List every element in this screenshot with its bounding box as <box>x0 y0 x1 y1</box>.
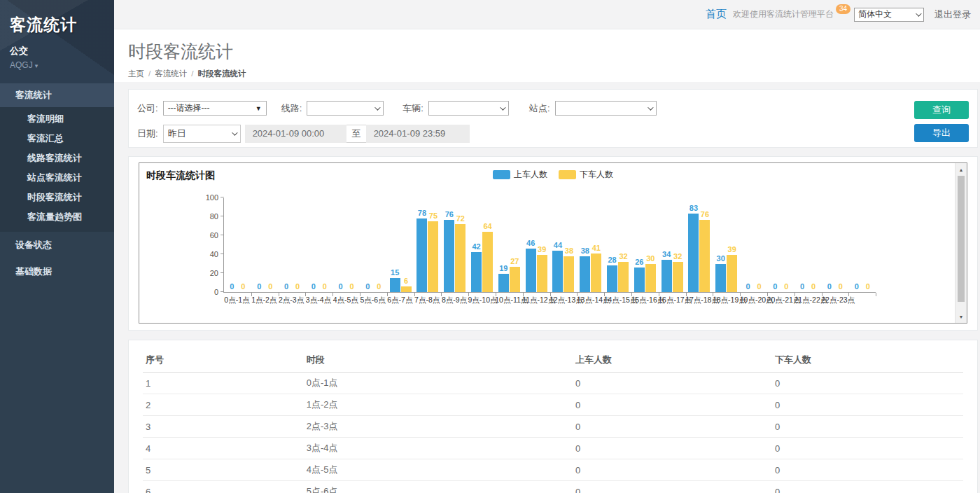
bar-value-label: 30 <box>646 254 654 263</box>
table-cell: 0 <box>573 438 772 459</box>
language-select[interactable]: 简体中文 <box>854 8 924 22</box>
date-preset-value: 昨日 <box>168 127 186 140</box>
bar-group: 00 <box>767 198 794 292</box>
bar-value-label: 39 <box>728 245 736 254</box>
breadcrumb: 主页/客流统计/时段客流统计 <box>128 69 966 79</box>
app-root: 客流统计 公交 AQGJ▾ 客流统计 客流明细客流汇总线路客流统计站点客流统计时… <box>0 0 980 493</box>
sidebar-item-base-data[interactable]: 基础数据 <box>0 258 114 285</box>
bar-value-label: 0 <box>855 282 859 291</box>
x-tick-label: 0点-1点 <box>223 296 251 305</box>
x-tick-label: 14点-15点 <box>604 296 631 305</box>
chart-panel: 时段车流统计图 上车人数下车人数 00000000000015678757672… <box>128 156 978 331</box>
bar-alighting: 0 <box>754 282 764 292</box>
bar-value-label: 0 <box>377 282 381 291</box>
export-button[interactable]: 导出 <box>914 124 969 142</box>
bar-boarding: 0 <box>797 282 808 292</box>
bar-group: 00 <box>794 198 822 292</box>
bar <box>618 262 629 292</box>
sidebar-subitem[interactable]: 时段客流统计 <box>0 188 114 207</box>
table-cell: 3 <box>143 416 304 438</box>
bar-value-label: 76 <box>445 210 454 218</box>
x-tick-label: 1点-2点 <box>251 296 278 305</box>
bar-alighting: 38 <box>564 246 574 292</box>
bar-alighting: 39 <box>537 245 547 292</box>
scroll-up-icon[interactable]: ▲ <box>955 164 967 175</box>
bar-boarding: 44 <box>552 241 563 292</box>
date-from-input[interactable]: 2024-01-09 00:00 <box>245 125 346 143</box>
table-cell: 0 <box>573 394 772 416</box>
triangle-down-icon: ▼ <box>255 105 262 112</box>
sidebar-subitem[interactable]: 客流汇总 <box>0 129 114 148</box>
legend-swatch-icon <box>493 170 510 179</box>
bar-group: 00 <box>360 198 387 292</box>
chevron-down-icon <box>232 130 237 135</box>
bar-value-label: 28 <box>608 256 616 264</box>
bar-value-label: 0 <box>268 282 272 291</box>
table-panel: 序号时段上车人数下车人数 10点-1点0021点-2点0032点-3点0043点… <box>128 340 978 493</box>
sidebar-subitem[interactable]: 线路客流统计 <box>0 148 114 168</box>
bar-value-label: 0 <box>365 282 370 291</box>
filter-row-2: 日期: 昨日 2024-01-09 00:00 至 2024-01-09 23:… <box>137 125 969 143</box>
sidebar-subitem[interactable]: 站点客流统计 <box>0 168 114 188</box>
y-tick-label: 60 <box>197 230 218 240</box>
logout-link[interactable]: 退出登录 <box>934 8 971 21</box>
breadcrumb-section[interactable]: 客流统计 <box>155 69 187 78</box>
bar-value-label: 42 <box>472 242 480 251</box>
x-tick-label: 3点-4点 <box>304 296 332 305</box>
bar-boarding: 0 <box>335 282 346 292</box>
company-select[interactable]: ---请选择--- ▼ <box>163 101 267 116</box>
bar-group: 00 <box>279 198 306 292</box>
sidebar-item-passenger-stats[interactable]: 客流统计 <box>0 83 114 107</box>
breadcrumb-home[interactable]: 主页 <box>128 69 144 78</box>
bar-value-label: 15 <box>391 268 399 277</box>
vehicle-select[interactable] <box>428 101 509 116</box>
sidebar-subitem[interactable]: 客流明细 <box>0 109 114 129</box>
bar <box>390 278 400 292</box>
chart-scrollbar[interactable]: ▲ ▼ <box>955 163 967 323</box>
chart-title: 时段车流统计图 <box>146 169 215 181</box>
bar-boarding: 0 <box>281 282 291 292</box>
bar-alighting: 0 <box>238 282 248 292</box>
date-preset-select[interactable]: 昨日 <box>163 125 241 143</box>
bar-group: 4639 <box>523 198 550 292</box>
legend-item[interactable]: 下车人数 <box>559 169 613 181</box>
bar-boarding: 15 <box>390 268 400 292</box>
bar-alighting: 0 <box>346 282 357 292</box>
bar-value-label: 26 <box>635 258 643 266</box>
bar-value-label: 6 <box>404 277 408 285</box>
topbar: 首页 欢迎使用客流统计管理平台 34 简体中文 退出登录 <box>114 0 980 29</box>
line-select[interactable] <box>307 101 384 116</box>
sidebar-item-device-status[interactable]: 设备状态 <box>0 232 114 258</box>
column-header: 序号 <box>143 349 304 373</box>
bar-value-label: 38 <box>565 246 573 255</box>
bar-group: 00 <box>251 198 279 292</box>
table-cell: 0 <box>772 438 963 459</box>
query-button[interactable]: 查询 <box>914 101 969 119</box>
bar <box>537 255 547 292</box>
bar-alighting: 0 <box>292 282 302 292</box>
x-tick-label: 17点-18点 <box>685 296 713 305</box>
legend-item[interactable]: 上车人数 <box>493 169 547 181</box>
bar <box>715 264 726 293</box>
bar-alighting: 0 <box>374 282 384 292</box>
date-to-input[interactable]: 2024-01-09 23:59 <box>366 125 470 143</box>
user-dropdown[interactable]: AQGJ▾ <box>10 60 104 70</box>
caret-down-icon: ▾ <box>35 62 38 69</box>
sidebar-subitem[interactable]: 客流量趋势图 <box>0 207 114 227</box>
y-tick-mark <box>220 272 224 273</box>
bar-value-label: 0 <box>746 282 750 291</box>
bar-value-label: 27 <box>510 257 519 265</box>
scrollbar-thumb[interactable] <box>958 176 965 302</box>
bar <box>699 220 710 292</box>
bar <box>662 260 672 292</box>
bar-value-label: 72 <box>456 214 465 223</box>
table-row: 21点-2点00 <box>143 394 963 416</box>
chevron-down-icon <box>648 104 653 110</box>
home-link[interactable]: 首页 <box>706 8 727 21</box>
station-select[interactable] <box>555 101 657 116</box>
bar-group: 4438 <box>550 198 578 292</box>
x-tick-label: 5点-6点 <box>359 296 386 305</box>
scroll-down-icon[interactable]: ▼ <box>955 311 967 322</box>
bar-value-label: 0 <box>241 282 245 291</box>
chart-legend: 上车人数下车人数 <box>493 169 613 181</box>
